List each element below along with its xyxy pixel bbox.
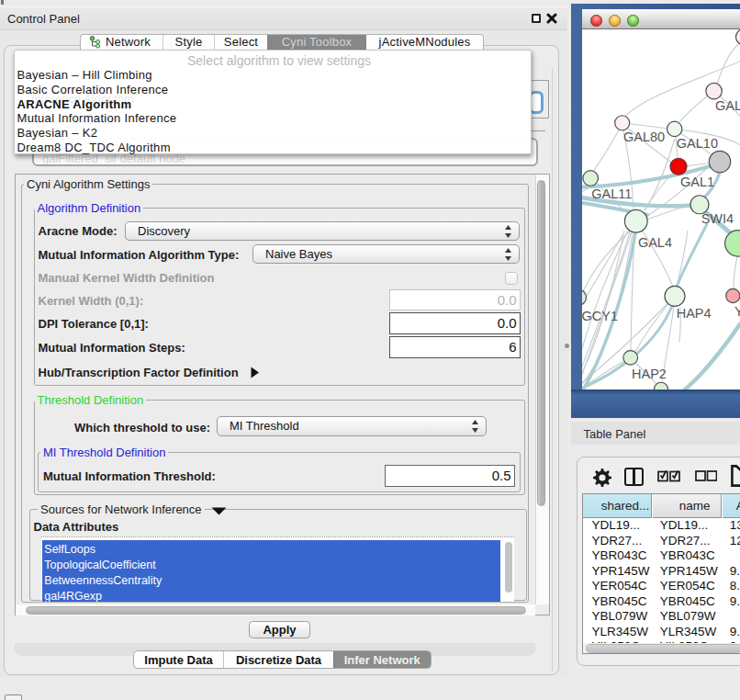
svg-text:GAL4: GAL4	[638, 235, 672, 250]
svg-text:Y: Y	[734, 304, 740, 319]
svg-text:GAL11: GAL11	[591, 186, 632, 200]
svg-text:GAL1: GAL1	[680, 175, 714, 189]
svg-text:GAL: GAL	[715, 97, 740, 112]
svg-text:GAL80: GAL80	[623, 129, 665, 143]
svg-text:GCY1: GCY1	[582, 309, 618, 323]
svg-text:HAP2: HAP2	[632, 367, 667, 381]
svg-text:HAP4: HAP4	[677, 305, 712, 320]
svg-text:GAL10: GAL10	[677, 136, 718, 151]
svg-text:SWI4: SWI4	[701, 210, 734, 225]
